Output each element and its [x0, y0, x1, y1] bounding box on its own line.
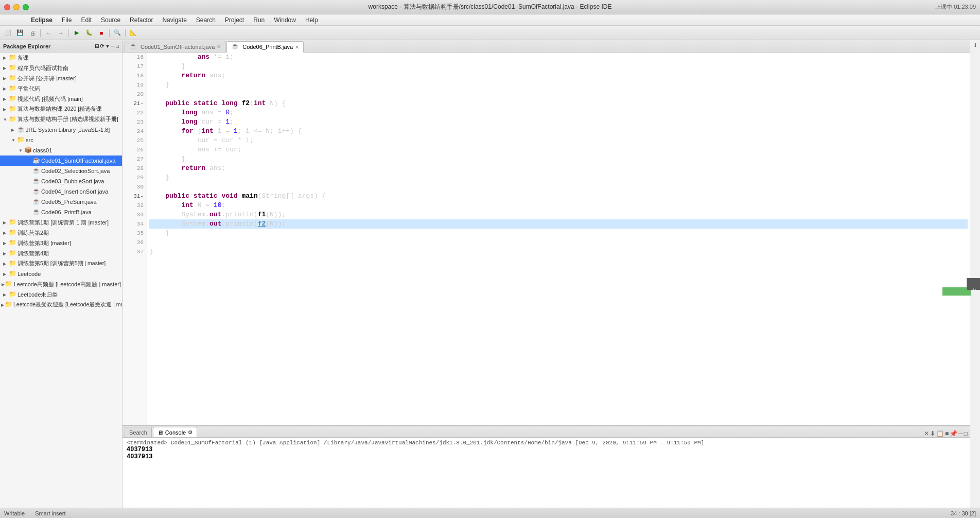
- menu-source[interactable]: Source: [97, 15, 125, 25]
- ln-30: 30: [122, 182, 147, 192]
- menu-project[interactable]: Project: [221, 15, 248, 25]
- sidebar-item-lchigh[interactable]: ▶ 📁 Leetcode高频题 [Leetcode高频题 | master]: [0, 279, 122, 289]
- sidebar-label-algo2020: 算法与数据结构课 2020 [精选备课: [18, 106, 102, 113]
- ln-17: 17: [122, 62, 147, 71]
- menu-edit[interactable]: Edit: [77, 15, 96, 25]
- sync-icon[interactable]: ⟳: [100, 43, 104, 49]
- code-editor[interactable]: 16 17 18 19 20 21- 22 23 24 25 26 27 28 …: [122, 53, 970, 425]
- tab-close-code01[interactable]: ✕: [217, 44, 221, 49]
- code-line-25: cur = cur * i;: [149, 136, 968, 145]
- tab-code06[interactable]: ☕ Code06_PrintB.java ✕: [226, 41, 304, 53]
- console-clear-icon[interactable]: ✕: [924, 430, 929, 437]
- sidebar-item-train4[interactable]: ▶ 📁 训练营第4期: [0, 248, 122, 258]
- code-line-17: }: [149, 62, 968, 71]
- console-copy-icon[interactable]: 📋: [936, 430, 944, 437]
- toolbar-print[interactable]: 🖨: [27, 28, 38, 38]
- ln-21: 21-: [122, 99, 147, 108]
- toolbar-new[interactable]: ⬜: [2, 28, 13, 38]
- console-maximize-icon[interactable]: □: [964, 430, 968, 437]
- ln-32: 32: [122, 201, 147, 210]
- sidebar-item-algobook[interactable]: ▼ 📁 算法与数据结构手册 [精选课视频新手册]: [0, 114, 122, 125]
- console-minimize-icon[interactable]: ─: [958, 430, 963, 437]
- toolbar-back[interactable]: ←: [43, 28, 54, 38]
- menu-search[interactable]: Search: [192, 15, 220, 25]
- sidebar-item-video[interactable]: ▶ 📁 视频代码 [视频代码 |main]: [0, 94, 122, 104]
- ln-28: 28: [122, 164, 147, 173]
- sidebar-item-code01[interactable]: ☕ Code01_SumOfFactorial.java: [0, 156, 122, 166]
- menu-file[interactable]: File: [58, 15, 76, 25]
- sidebar-label-train1: 训练营第1期 [训练营第 1 期 |master]: [18, 219, 109, 227]
- minimize-window-btn[interactable]: [13, 4, 20, 10]
- sidebar-item-algo2020[interactable]: ▶ 📁 算法与数据结构课 2020 [精选备课: [0, 104, 122, 114]
- toolbar-perspective[interactable]: 📐: [128, 28, 139, 38]
- collapse-icon[interactable]: ⊟: [95, 43, 99, 49]
- sidebar-item-leetcode[interactable]: ▶ 📁 Leetcode: [0, 269, 122, 279]
- menu-bar: Eclipse File Edit Source Refactor Naviga…: [0, 14, 980, 26]
- sidebar-item-train5[interactable]: ▶ 📁 训练营第5期 [训练营第5期 | master]: [0, 258, 122, 269]
- toolbar-save[interactable]: 💾: [14, 28, 26, 38]
- status-insert-mode: Smart insert: [35, 510, 65, 516]
- toolbar-debug[interactable]: 🐛: [83, 28, 95, 38]
- folder-icon-lcu: 📁: [8, 290, 16, 299]
- sidebar-item-code02[interactable]: ☕ Code02_SelectionSort.java: [0, 166, 122, 176]
- menu-icon[interactable]: ▼: [105, 43, 110, 49]
- code-content[interactable]: ans *= i; } return ans; } public static …: [147, 53, 970, 425]
- toolbar-stop[interactable]: ■: [96, 28, 107, 38]
- sidebar-item-code04[interactable]: ☕ Code04_InsertionSort.java: [0, 186, 122, 197]
- sidebar-item-lcuncate[interactable]: ▶ 📁 Leetcode未归类: [0, 289, 122, 300]
- bottom-tabs: Search 🖥 Console ⚙ ✕ ⬇ 📋 ■ 📌 ─ □: [122, 426, 970, 438]
- tab-java-icon-1: ☕: [129, 43, 137, 51]
- sidebar-item-public[interactable]: ▶ 📁 公开课 [公开课 |master]: [0, 73, 122, 83]
- console-tab-label: Console: [165, 429, 186, 436]
- menu-help[interactable]: Help: [301, 15, 322, 25]
- toolbar-sep-3: [109, 29, 110, 37]
- sidebar-item-backup[interactable]: ▶ 📁 备课: [0, 53, 122, 63]
- sidebar-item-lcpop[interactable]: ▶ 📁 Leetcode最受欢迎题 [Leetcode最受欢迎 | main]: [0, 300, 122, 310]
- package-icon: 📦: [24, 146, 32, 154]
- sidebar-item-train3[interactable]: ▶ 📁 训练营第3期 [master]: [0, 238, 122, 248]
- git-icon-1: 📁: [8, 74, 16, 82]
- tree-arrow-video: ▶: [3, 97, 8, 101]
- console-pin-icon[interactable]: 📌: [950, 430, 957, 437]
- chat-button[interactable]: 发 送: [967, 278, 980, 290]
- close-window-btn[interactable]: [4, 4, 10, 10]
- console-content: <terminated> Code01_SumOfFactorial (1) […: [122, 438, 970, 508]
- sidebar-item-common[interactable]: ▶ 📁 平常代码: [0, 83, 122, 94]
- sidebar-item-train1[interactable]: ▶ 📁 训练营第1期 [训练营第 1 期 |master]: [0, 217, 122, 228]
- sidebar-label-video: 视频代码 [视频代码 |main]: [18, 95, 83, 103]
- folder-icon-t5: 📁: [8, 260, 16, 268]
- sidebar-item-class01[interactable]: ▼ 📦 class01: [0, 145, 122, 156]
- menu-refactor[interactable]: Refactor: [126, 15, 157, 25]
- tab-code01[interactable]: ☕ Code01_SumOfFactorial.java ✕: [125, 41, 225, 52]
- toolbar-forward[interactable]: →: [55, 28, 66, 38]
- console-settings-icon[interactable]: ⚙: [188, 429, 192, 435]
- sidebar-item-src[interactable]: ▼ 📁 src: [0, 135, 122, 145]
- ln-24: 24: [122, 127, 147, 136]
- tab-search[interactable]: Search: [125, 427, 152, 437]
- sidebar-item-jre[interactable]: ▶ ☕ JRE System Library [JavaSE-1.8]: [0, 125, 122, 135]
- sidebar-item-interview[interactable]: ▶ 📁 程序员代码面试指南: [0, 63, 122, 73]
- maximize-icon[interactable]: □: [116, 43, 119, 49]
- tab-console[interactable]: 🖥 Console ⚙: [153, 427, 197, 437]
- toolbar-search[interactable]: 🔍: [112, 28, 123, 38]
- sidebar-item-code05[interactable]: ☕ Code05_PreSum.java: [0, 197, 122, 207]
- right-panel-info[interactable]: ℹ: [971, 42, 979, 50]
- minimize-icon[interactable]: ─: [111, 43, 115, 49]
- menu-navigate[interactable]: Navigate: [158, 15, 190, 25]
- tab-label-code01: Code01_SumOfFactorial.java: [141, 44, 215, 50]
- toolbar-run[interactable]: ▶: [71, 28, 82, 38]
- ln-33: 33: [122, 210, 147, 219]
- menu-window[interactable]: Window: [270, 15, 300, 25]
- console-scroll-icon[interactable]: ⬇: [930, 430, 935, 437]
- folder-icon-2: 📁: [8, 64, 16, 72]
- menu-run[interactable]: Run: [249, 15, 269, 25]
- tab-close-code06[interactable]: ✕: [295, 44, 299, 50]
- console-stop-icon[interactable]: ■: [945, 430, 949, 437]
- sidebar-item-code03[interactable]: ☕ Code03_BubbleSort.java: [0, 176, 122, 186]
- sidebar-item-train2[interactable]: ▶ 📁 训练营第2期: [0, 228, 122, 238]
- sidebar-item-code06[interactable]: ☕ Code06_PrintB.java: [0, 207, 122, 217]
- code-line-20: [149, 90, 968, 99]
- code-line-33: System.out.println(f1(N));: [149, 210, 968, 219]
- maximize-window-btn[interactable]: [23, 4, 29, 10]
- ln-35: 35: [122, 229, 147, 238]
